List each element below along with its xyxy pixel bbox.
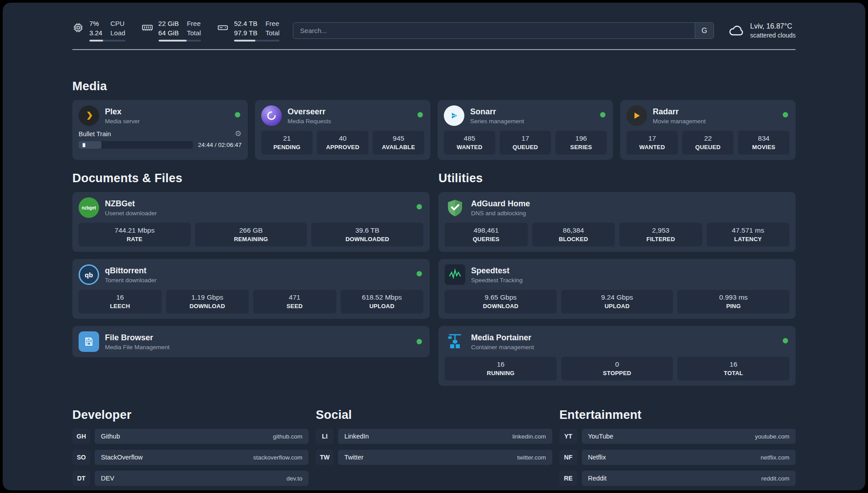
stat-tile: 498,461QUERIES [445,223,528,246]
gear-icon[interactable]: ⚙ [235,130,242,138]
stat-label: BLOCKED [534,236,613,242]
stat-value: 498,461 [447,226,526,234]
adguard-icon [445,197,465,218]
stat-value: 16 [679,360,788,368]
stat-label: UPLOAD [563,303,672,309]
plex-icon [79,105,99,126]
ram-free-label: Free [187,20,201,27]
stat-value: 2,953 [621,226,701,234]
bookmark-link[interactable]: StackOverflowstackoverflow.com [95,450,309,465]
app-card-radarr[interactable]: Radarr Movie management 17WANTED22QUEUED… [620,100,796,160]
section-title-social: Social [316,408,552,422]
bookmark-url: github.com [273,433,302,440]
weather-location: Lviv, 16.87°C [750,22,796,30]
disk-icon [217,22,229,33]
stat-value: 47.571 ms [709,226,788,234]
bookmark-abbr-badge: SO [72,450,90,465]
app-card-adguard[interactable]: AdGuard Home DNS and adblocking 498,461Q… [438,192,796,252]
stat-tile: 618.52 MbpsUPLOAD [341,290,424,313]
stat-label: APPROVED [319,144,367,150]
stat-label: DOWNLOAD [447,303,555,309]
radarr-icon [626,105,647,126]
app-card-portainer[interactable]: Media Portainer Container management 16R… [438,326,796,386]
bookmark-link[interactable]: DEVdev.to [95,471,309,486]
weather-condition: scattered clouds [750,32,796,39]
stat-label: STOPPED [563,370,672,376]
search-engine-button[interactable]: G [695,23,714,38]
online-status-dot [235,112,240,117]
app-subtitle: Movie management [653,118,706,125]
bookmark-link[interactable]: Netflixnetflix.com [582,450,796,465]
links-developer: Developer GHGithubgithub.comSOStackOverf… [72,408,309,486]
stat-label: DOWNLOAD [168,303,247,309]
cpu-metric: 7% 3.24 CPU Load [72,20,125,42]
weather-widget[interactable]: Lviv, 16.87°C scattered clouds [728,22,796,39]
stat-value: 266 GB [197,226,305,234]
stat-value: 22 [684,134,732,142]
stat-label: WANTED [446,144,493,150]
stat-value: 618.52 Mbps [342,293,422,301]
stat-label: MOVIES [740,144,788,150]
cpu-label: CPU [110,20,125,27]
app-card-sonarr[interactable]: Sonarr Series management 485WANTED17QUEU… [438,100,613,160]
playback-progress-bar[interactable] [79,141,193,149]
stat-tile: 40APPROVED [317,131,368,155]
stat-label: PENDING [263,144,311,150]
pause-icon[interactable] [83,143,85,147]
bookmark-link[interactable]: Redditreddit.com [582,471,796,486]
ram-total-value: 64 GiB [159,29,179,37]
app-card-plex[interactable]: Plex Media server Bullet Train ⚙ [72,100,248,160]
app-subtitle: Series management [470,118,524,125]
stat-label: RUNNING [447,370,555,376]
ram-free-value: 22 GiB [159,20,179,27]
app-name: File Browser [105,333,170,343]
bookmark-row: LILinkedInlinkedin.com [316,429,552,444]
stat-label: REMAINING [197,236,305,242]
app-card-overseerr[interactable]: Overseerr Media Requests 21PENDING40APPR… [255,100,430,160]
bookmark-url: reddit.com [761,475,789,482]
app-name: AdGuard Home [471,199,530,209]
bookmark-link[interactable]: Twittertwitter.com [338,450,552,465]
bookmark-abbr-badge: GH [72,429,90,444]
bookmark-link[interactable]: LinkedInlinkedin.com [338,429,552,444]
stat-value: 39.6 TB [313,226,421,234]
bookmark-name: Reddit [588,475,607,482]
stats-row: 16RUNNING0STOPPED16TOTAL [445,357,789,380]
bookmark-name: Netflix [588,454,606,461]
online-status-dot [600,112,605,117]
stats-row: 498,461QUERIES86,384BLOCKED2,953FILTERED… [445,223,789,246]
cpu-load-value: 3.24 [89,29,102,37]
now-playing-title: Bullet Train [79,130,111,138]
app-subtitle: Usenet downloader [105,210,157,217]
cpu-icon [72,22,84,33]
bookmark-name: StackOverflow [101,454,142,461]
stat-value: 471 [255,293,334,301]
online-status-dot [783,338,788,343]
section-title-entertainment: Entertainment [559,408,796,422]
app-card-speedtest[interactable]: Speedtest Speedtest Tracking 9.65 GbpsDO… [438,259,796,319]
app-name: Media Portainer [471,333,534,343]
stats-row: 485WANTED17QUEUED196SERIES [444,131,607,155]
app-card-filebrowser[interactable]: File Browser Media File Management [72,326,430,357]
bookmark-abbr-badge: NF [559,450,577,465]
search-input[interactable] [293,23,695,38]
portainer-icon [445,331,465,352]
stat-tile: 0STOPPED [561,357,673,380]
bookmark-link[interactable]: Githubgithub.com [95,429,309,444]
app-card-nzbget[interactable]: nzbget NZBGet Usenet downloader 744.21 M… [72,192,430,252]
cpu-load-label: Load [110,29,125,37]
stat-label: LATENCY [709,236,788,242]
topbar-divider [72,49,796,50]
cpu-usage-value: 7% [89,20,102,27]
app-subtitle: Speedtest Tracking [471,277,523,284]
app-name: qBittorrent [105,266,157,276]
bookmark-link[interactable]: YouTubeyoutube.com [582,429,796,444]
bookmark-abbr-badge: LI [316,429,334,444]
app-subtitle: Media server [105,118,140,125]
bookmark-url: linkedin.com [513,433,546,440]
stat-value: 0 [563,360,672,368]
app-card-qbittorrent[interactable]: qb qBittorrent Torrent downloader 16LEEC… [72,259,430,319]
cloud-icon [728,23,744,39]
stat-value: 945 [375,134,422,142]
stat-value: 485 [446,134,493,142]
